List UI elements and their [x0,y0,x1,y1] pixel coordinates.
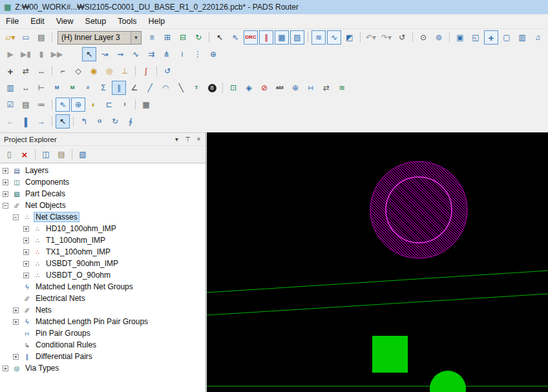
tree-item-part-decals[interactable]: + ▧ Part Decals [3,188,206,200]
autoroute-resume-button[interactable]: ▶▶ [50,47,64,61]
tree-item-t1-100ohm-imp[interactable]: + ∴ T1_100ohm_IMP [3,234,206,246]
resume-routing-button[interactable]: → [34,114,48,129]
measure-button[interactable]: ↔ [19,81,33,95]
verify-report-button[interactable]: ≔ [34,98,48,112]
lock-button[interactable]: ◉ [87,64,101,78]
abl-button[interactable]: abl [273,81,287,95]
print-button[interactable]: ▤ [34,30,48,45]
capacitor-button[interactable]: ⊏ [102,98,116,112]
menu-file[interactable]: File [0,14,25,28]
copy-button[interactable]: ◫ [39,147,53,161]
flood-button[interactable]: ≋ [335,81,349,95]
route-setup-button[interactable]: ⊞ [160,30,174,45]
marquee-button[interactable]: ⌐ [56,64,70,78]
tree-item-differential-pairs[interactable]: + ∥ Differential Pairs [3,351,206,362]
expander-icon[interactable]: + [3,168,8,174]
output-window-button[interactable]: ♫ [531,30,545,45]
match-length-group-button[interactable]: M [65,81,79,95]
via-pad-inner-circle[interactable] [386,177,452,243]
view-list-button[interactable]: ≡ [145,30,159,45]
dynamic-route-button[interactable]: ⇝ [113,47,127,61]
match-length-button[interactable]: M [50,81,64,95]
gloss-button[interactable]: G [92,114,107,129]
rotate-90-button[interactable]: ↺ [160,64,174,78]
sketch-route-button[interactable]: ∿ [129,47,143,61]
tree-item-matched-length-net-groups[interactable]: ϟ Matched Length Net Groups [3,281,206,293]
drc-on-button[interactable]: DRC [244,30,258,45]
copper-square[interactable] [372,336,408,373]
previous-view-button[interactable]: ← [3,114,17,129]
tree-item-net-objects[interactable]: − ∕∕∕ Net Objects [3,200,206,211]
repeat-button[interactable]: ↺ [395,30,409,45]
title-bar[interactable]: ▦ Z:₩00_WORK#...₩SI2105-C0001_DU_BASE_R1… [0,0,548,14]
pin-fixed-button[interactable]: ⊥ [118,64,132,78]
tree-item-via-types[interactable]: + ◎ Via Types [3,362,206,374]
tree-item-usbdt-o-90ohm[interactable]: + ∴ USBDT_O_90ohm [3,269,206,281]
forbid-route-button[interactable]: ⊘ [257,81,271,95]
menu-edit[interactable]: Edit [25,14,50,28]
expander-icon[interactable]: + [3,191,8,197]
expander-icon[interactable]: + [23,273,29,278]
highlight-button[interactable]: ◐ [87,98,101,112]
new-object-button[interactable]: ▯ [2,147,16,161]
stretch-button[interactable]: ↔ [34,64,48,78]
tree-item-components[interactable]: + ◫ Components [3,176,206,188]
grid-button[interactable]: # [81,81,95,95]
tree-item-electrical-nets[interactable]: ∕∕∕ Electrical Nets [3,293,206,304]
drc-warn-button[interactable]: ▨ [290,30,304,45]
tree-item-net-classes[interactable]: − ∴ Net Classes [3,211,206,223]
autoroute-pause-button[interactable]: ▶▮ [19,47,33,61]
tree-item-usbdt-90ohm-imp[interactable]: + ∴ USBDT_90ohm_IMP [3,258,206,269]
expander-icon[interactable]: − [13,214,19,220]
expander-icon[interactable]: + [3,366,8,371]
mitre-button[interactable]: ∠ [127,81,142,95]
unlock-button[interactable]: ◎ [102,64,116,78]
drc-off-button[interactable]: ∥ [259,30,273,45]
expander-icon[interactable]: + [23,238,29,243]
clearance-rules-button[interactable]: ▥ [3,81,17,95]
select-button[interactable]: ↖ [213,30,227,45]
trace-line-lower[interactable] [207,294,548,315]
dynamic-route-check-button[interactable]: ≋ [311,30,326,45]
menu-help[interactable]: Help [142,14,171,28]
tree-item-hd10-100ohm-imp[interactable]: + ∴ HD10_100ohm_IMP [3,223,206,234]
centering-button[interactable]: ↰ [77,114,91,129]
move-button[interactable]: + [3,64,17,78]
pcb-canvas-svg[interactable] [207,132,548,392]
copper-circle[interactable] [430,371,466,392]
bus-route-button[interactable]: ⇉ [144,47,158,61]
fit-view-button[interactable]: ◱ [469,30,483,45]
pin-pairs-button[interactable]: ∺ [304,81,318,95]
expander-icon[interactable]: + [13,307,19,313]
tune-length-button[interactable]: ≀ [175,47,189,61]
hatch-button[interactable]: ∥ [112,81,126,95]
chevron-down-icon[interactable]: ▾ [131,32,141,44]
via-stitch-button[interactable]: ⋮ [191,47,205,61]
expander-icon[interactable]: + [13,319,19,325]
magnify-button[interactable]: ⊕ [288,81,302,95]
zoom-button[interactable]: ⊙ [416,30,430,45]
expander-icon[interactable]: + [23,249,29,255]
select-arrow-button[interactable]: ↖ [56,114,70,129]
menu-view[interactable]: View [50,14,79,28]
corner-button[interactable]: ◇ [71,64,85,78]
menu-setup[interactable]: Setup [79,14,112,28]
redo-button[interactable]: ↷▾ [379,30,394,45]
select-mode-button[interactable]: ↖ [82,47,96,61]
layer-selector[interactable]: (H) Inner Layer 3 ▾ [58,31,142,45]
via-type-button[interactable]: ◈ [242,81,256,95]
menu-tools[interactable]: Tools [112,14,142,28]
pcb-canvas[interactable] [207,132,548,392]
panel-close-button[interactable]: × [194,136,204,143]
project-explorer-button[interactable]: ▥ [515,30,529,45]
open-button[interactable]: ▱▾ [3,30,17,45]
length-monitor-button[interactable]: ◩ [342,30,357,45]
expander-icon[interactable]: + [13,354,19,360]
expander-icon[interactable]: − [3,203,8,209]
remove-loop-button[interactable]: ∮ [123,114,138,129]
grid-settings-button[interactable]: ▦ [139,98,153,112]
trace-line-upper[interactable] [207,271,548,293]
object-properties-button[interactable]: ▧ [76,147,90,161]
autoroute-start-button[interactable]: ▶ [3,47,17,61]
undo-button[interactable]: ↶▾ [364,30,378,45]
